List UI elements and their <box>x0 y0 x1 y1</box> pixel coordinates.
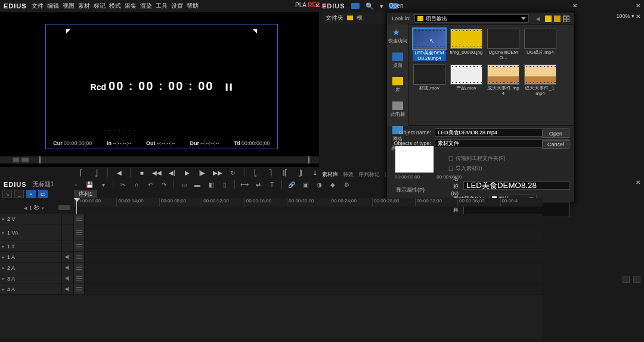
show-props-button[interactable]: 显示属性(P) <box>396 186 425 194</box>
overwrite-icon[interactable]: ▬ <box>193 180 202 189</box>
render-icon[interactable]: ⚙ <box>342 180 351 189</box>
mark-out-icon[interactable]: ⎤ <box>267 168 274 177</box>
menu-采集[interactable]: 采集 <box>125 2 137 9</box>
track-mute[interactable] <box>62 214 74 224</box>
track-header[interactable]: ▸1 VA <box>0 224 62 241</box>
new-icon[interactable]: ▫ <box>72 180 80 189</box>
track-patch[interactable] <box>74 263 85 273</box>
expand-icon[interactable]: ▸ <box>2 255 5 260</box>
file-item[interactable]: 材质.mov <box>413 64 446 97</box>
back-icon[interactable] <box>536 16 543 22</box>
insert-icon[interactable]: ▭ <box>179 180 188 189</box>
up-folder-icon[interactable] <box>545 16 552 22</box>
ripple-icon[interactable]: ⎌ <box>132 180 141 189</box>
file-item[interactable]: timg_00000.jpg <box>450 29 483 61</box>
menu-编辑[interactable]: 编辑 <box>47 2 59 9</box>
loop-icon[interactable]: ↻ <box>229 168 237 177</box>
play-icon[interactable]: ▶ <box>183 168 191 177</box>
track-patch[interactable] <box>74 252 85 262</box>
file-item[interactable]: UgChainDEMO... <box>487 29 520 61</box>
track-header[interactable]: ▸2 A <box>0 263 62 273</box>
close-icon[interactable]: ✕ <box>315 2 320 9</box>
track-patch[interactable] <box>74 224 85 241</box>
expand-icon[interactable]: ▸ <box>2 230 5 235</box>
play-reverse-icon[interactable]: ◀ <box>115 168 123 177</box>
track-patch[interactable] <box>74 284 85 294</box>
close-icon[interactable]: ✕ <box>636 2 640 9</box>
track-patch[interactable] <box>74 273 85 284</box>
chevron-down-icon[interactable]: ▾ <box>99 180 107 189</box>
export-icon[interactable]: ⤓ <box>311 168 319 177</box>
file-item[interactable]: ↖LED美食DEMO8.28.mp4 <box>413 29 446 61</box>
asset-tab[interactable]: 特效 <box>343 171 354 178</box>
zoom-level[interactable]: 100% ▾ <box>616 13 634 19</box>
mark-in-icon[interactable]: ⎣ <box>252 168 259 177</box>
bin-root[interactable]: 根 <box>357 14 363 22</box>
marker-icon[interactable]: ◆ <box>329 180 337 189</box>
track-lane[interactable] <box>85 224 543 241</box>
expand-icon[interactable]: ▸ <box>2 287 5 292</box>
track-lane[interactable] <box>85 263 543 273</box>
close-icon[interactable]: ✕ <box>636 13 640 20</box>
expand-icon[interactable]: ▸ <box>2 217 5 221</box>
menu-视图[interactable]: 视图 <box>63 2 75 9</box>
scale-slider[interactable] <box>58 205 70 210</box>
save-icon[interactable]: 💾 <box>85 180 94 189</box>
close-icon[interactable]: ✕ <box>572 2 577 9</box>
asset-tab[interactable]: 素材库 <box>322 171 338 178</box>
group-icon[interactable]: ▣ <box>301 180 309 189</box>
file-item[interactable]: 成大大事件_1.mp4 <box>524 64 557 97</box>
next-frame-icon[interactable]: ▶▶ <box>213 168 222 177</box>
preview-frame[interactable]: Rcd00 : 00 : 00 : 00 . . . . . . . . . .… <box>45 24 278 149</box>
track-mute[interactable] <box>62 273 74 284</box>
track-header[interactable]: ▸1 A <box>0 252 62 262</box>
lookin-combo[interactable]: 项目输出 <box>414 14 529 23</box>
import-assets-checkbox[interactable]: ☐导入素材(I) <box>444 164 575 174</box>
search-icon[interactable]: 🔍 <box>366 2 374 10</box>
menu-设置[interactable]: 设置 <box>171 2 183 9</box>
menu-素材[interactable]: 素材 <box>78 2 90 9</box>
menu-模式[interactable]: 模式 <box>109 2 121 9</box>
goto-out-icon[interactable]: ⎦| <box>296 168 304 177</box>
menu-标记[interactable]: 标记 <box>94 2 106 9</box>
place-item[interactable]: 库 <box>392 77 403 93</box>
set-in-icon[interactable]: ⎡ <box>78 168 85 177</box>
timeline-ruler[interactable]: 00:00:00;0000:00:04;0000:00:08;0000:00:1… <box>74 198 543 207</box>
set-out-icon[interactable]: ⎦ <box>92 168 100 177</box>
track-mute[interactable] <box>62 252 74 262</box>
track-mute[interactable] <box>62 224 74 241</box>
track-header[interactable]: ▸3 A <box>0 273 62 284</box>
track-lane[interactable] <box>85 241 543 251</box>
place-item[interactable]: 桌面 <box>392 53 403 69</box>
file-item[interactable]: 产品.mov <box>450 64 483 97</box>
open-button[interactable]: Open <box>542 130 569 138</box>
sequence-tab[interactable]: 序列1 <box>74 190 97 198</box>
place-item[interactable]: ★快速访问 <box>388 28 407 44</box>
list-view-icon[interactable] <box>623 276 630 283</box>
timescale-selector[interactable]: ◀1 秒▾ <box>24 204 44 212</box>
folder-icon[interactable] <box>351 3 360 9</box>
menu-文件[interactable]: 文件 <box>32 2 44 9</box>
menu-帮助[interactable]: 帮助 <box>187 2 199 9</box>
folder-icon[interactable] <box>347 16 353 20</box>
mode-normal[interactable]: ↘ <box>2 190 12 198</box>
track-mute[interactable] <box>62 263 74 273</box>
slip-icon[interactable]: ⇄ <box>254 180 262 189</box>
replace-icon[interactable]: ◧ <box>207 180 215 189</box>
file-item[interactable]: UG成片.mp4 <box>524 29 557 61</box>
track-mute[interactable] <box>62 284 74 294</box>
name-input[interactable] <box>463 181 570 190</box>
place-item[interactable]: 此电脑 <box>391 101 405 118</box>
mode-trim[interactable]: ⎯ <box>14 190 24 198</box>
file-item[interactable]: 成大大事件.mp4 <box>487 64 520 97</box>
close-icon[interactable]: ✕ <box>636 179 640 186</box>
stop-icon[interactable]: ■ <box>138 168 145 177</box>
track-header[interactable]: ▸1 T <box>0 241 62 251</box>
track-header[interactable]: ▸4 A <box>0 284 62 294</box>
mode-ripple[interactable]: ≡ <box>26 190 36 198</box>
track-patch[interactable] <box>74 214 85 224</box>
track-lane[interactable] <box>85 273 543 284</box>
title-icon[interactable]: T <box>268 180 276 189</box>
gap-icon[interactable]: ▯ <box>221 180 229 189</box>
menu-渲染[interactable]: 渲染 <box>140 2 152 9</box>
